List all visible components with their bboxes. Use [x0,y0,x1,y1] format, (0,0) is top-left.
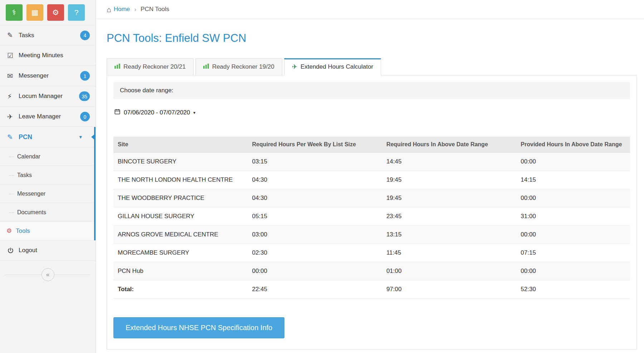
submenu-item-label: Messenger [17,191,45,197]
sidebar-subitem-tasks[interactable]: Tasks [0,166,94,185]
calendar-icon [114,108,121,117]
value-cell: 14:45 [382,153,516,171]
help-quick-button[interactable]: ? [68,4,85,21]
extended-hours-panel: Choose date range: 07/06/2020 - 07/07/20… [107,75,637,349]
quick-buttons: ⚕ ▦ ⚙ ? [0,0,96,25]
breadcrumb: ⌂ Home › PCN Tools [96,0,644,19]
table-total-row: Total: 22:45 97:00 52:30 [113,280,630,299]
tab-ready-reckoner-1920[interactable]: Ready Reckoner 19/20 [195,58,282,75]
sidebar-subitem-calendar[interactable]: Calendar [0,147,94,166]
table-row: PCN Hub 00:00 01:00 00:00 [113,262,630,280]
table-row: GILLAN HOUSE SURGERY 05:15 23:45 31:00 [113,207,630,226]
chevron-down-icon: ▾ [79,134,82,140]
total-value-cell: 52:30 [516,280,630,299]
sidebar-collapse-area: « [0,262,96,287]
medical-quick-button[interactable]: ⚕ [6,4,23,21]
value-cell: 00:00 [516,153,630,171]
site-cell: ARNOS GROVE MEDICAL CENTRE [113,226,248,244]
table-row: ARNOS GROVE MEDICAL CENTRE 03:00 13:15 0… [113,226,630,244]
column-header-required-per-week: Required Hours Per Week By List Size [248,137,382,153]
value-cell: 01:00 [382,262,516,280]
home-icon: ⌂ [107,6,111,13]
tab-ready-reckoner-2021[interactable]: Ready Reckoner 20/21 [107,58,194,75]
sidebar-item-pcn[interactable]: ✎ PCN ▾ [0,127,94,147]
calculator-icon: ▦ [31,8,39,17]
sidebar-item-label: Meeting Minutes [19,52,63,59]
tab-label: Ready Reckoner 19/20 [212,63,274,70]
tab-extended-hours-calculator[interactable]: ✈ Extended Hours Calculator [284,58,381,75]
sidebar-item-label: Locum Manager [19,93,63,100]
value-cell: 13:15 [382,226,516,244]
settings-quick-button[interactable]: ⚙ [47,4,64,21]
table-row: THE NORTH LONDON HEALTH CENTRE 04:30 19:… [113,171,630,189]
total-value-cell: 97:00 [382,280,516,299]
date-range-value: 07/06/2020 - 07/07/2020 [124,109,190,116]
sidebar-item-meeting-minutes[interactable]: ☑ Meeting Minutes [0,45,96,66]
value-cell: 00:00 [516,189,630,207]
total-value-cell: 22:45 [248,280,382,299]
sidebar-item-tasks[interactable]: ✎ Tasks 4 [0,25,96,45]
tasks-badge: 4 [80,30,90,40]
pcn-section: ✎ PCN ▾ Calendar Tasks Messenger Documen… [0,127,96,240]
messenger-badge: 1 [80,71,90,81]
gear-icon: ⚙ [52,8,59,17]
sidebar-item-label: PCN [19,133,32,141]
site-cell: THE NORTH LONDON HEALTH CENTRE [113,171,248,189]
value-cell: 05:15 [248,207,382,226]
total-label: Total: [113,280,248,299]
value-cell: 19:45 [382,171,516,189]
value-cell: 31:00 [516,207,630,226]
tab-label: Extended Hours Calculator [301,63,373,70]
sidebar-item-label: Tasks [19,32,34,39]
value-cell: 07:15 [516,244,630,262]
sidebar-item-label: Messenger [19,72,49,79]
help-icon: ? [74,8,79,17]
sidebar-subitem-messenger[interactable]: Messenger [0,185,94,203]
site-cell: MORECAMBE SURGERY [113,244,248,262]
sidebar-subitem-documents[interactable]: Documents [0,203,94,222]
power-icon [7,247,19,254]
gears-icon: ⚙ [6,227,16,235]
page-title: PCN Tools: Enfield SW PCN [107,32,633,45]
submenu-item-label: Tasks [17,172,32,178]
plane-icon: ✈ [7,113,19,121]
value-cell: 03:00 [248,226,382,244]
sidebar-item-messenger[interactable]: ✉ Messenger 1 [0,66,96,86]
table-row: BINCOTE SURGERY 03:15 14:45 00:00 [113,153,630,171]
sidebar-menu: ✎ Tasks 4 ☑ Meeting Minutes ✉ Messenger … [0,25,96,261]
value-cell: 00:00 [516,226,630,244]
column-header-site: Site [113,137,248,153]
value-cell: 03:15 [248,153,382,171]
leave-manager-badge: 0 [80,112,90,122]
check-square-icon: ☑ [7,52,19,60]
date-range-picker[interactable]: 07/06/2020 - 07/07/2020 ▾ [114,108,195,117]
sidebar-item-logout[interactable]: Logout [0,240,96,261]
value-cell: 19:45 [382,189,516,207]
extended-hours-info-button[interactable]: Extended Hours NHSE PCN Specification In… [113,317,284,338]
collapse-sidebar-button[interactable]: « [42,268,54,281]
site-cell: THE WOODBERRY PRACTICE [113,189,248,207]
breadcrumb-home-link[interactable]: Home [114,6,130,13]
value-cell: 14:15 [516,171,630,189]
value-cell: 02:30 [248,244,382,262]
sidebar-subitem-tools[interactable]: ⚙ Tools [0,222,94,240]
column-header-provided-in-range: Provided Hours In Above Date Range [516,137,630,153]
locum-manager-badge: 35 [79,92,90,101]
lightning-icon: ⚡ [7,92,19,100]
sidebar-item-leave-manager[interactable]: ✈ Leave Manager 0 [0,107,96,127]
medical-icon: ⚕ [12,8,16,17]
column-header-required-in-range: Required Hours In Above Date Range [382,137,516,153]
site-cell: BINCOTE SURGERY [113,153,248,171]
submenu-item-label: Documents [17,209,46,216]
submenu-item-label: Calendar [17,153,40,160]
sidebar-item-locum-manager[interactable]: ⚡ Locum Manager 35 [0,86,96,107]
table-row: MORECAMBE SURGERY 02:30 11:45 07:15 [113,244,630,262]
value-cell: 00:00 [248,262,382,280]
value-cell: 11:45 [382,244,516,262]
calculator-quick-button[interactable]: ▦ [26,4,43,21]
sidebar-item-label: Logout [19,247,37,254]
value-cell: 23:45 [382,207,516,226]
tab-bar: Ready Reckoner 20/21 Ready Reckoner 19/2… [107,58,633,75]
tab-label: Ready Reckoner 20/21 [123,63,186,70]
plane-icon: ✈ [292,64,297,70]
